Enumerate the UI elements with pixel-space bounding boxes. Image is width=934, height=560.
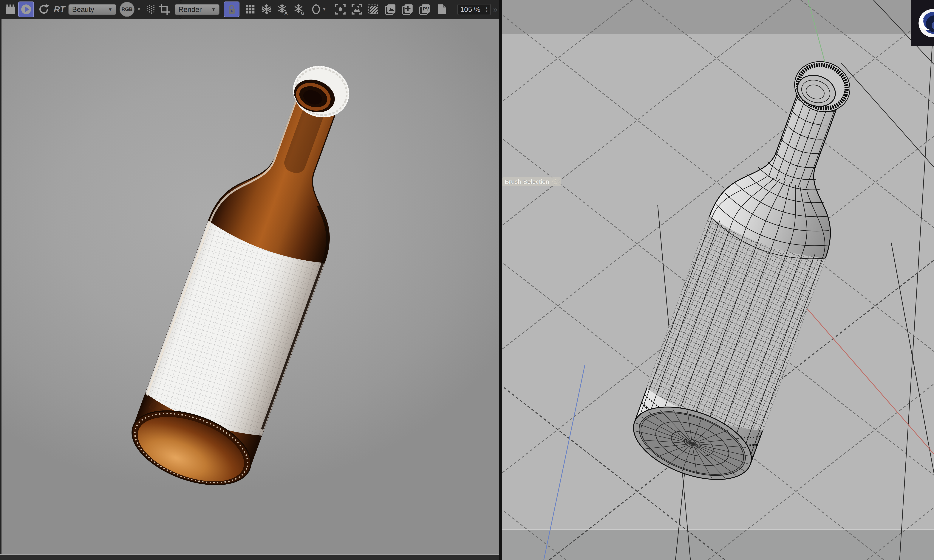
snapshot-g-label: G [301,11,304,15]
rt-label: RT [54,4,65,14]
document-icon[interactable] [433,2,449,17]
focus-object-icon[interactable] [333,2,348,17]
render-slot-dropdown[interactable]: < Render > ▼ [175,4,219,15]
render-view-status-strip [0,554,499,560]
checker-overlay-icon[interactable] [365,2,381,17]
pv-label: PV [423,6,429,11]
toolbar-overflow-chevron[interactable]: » [493,5,496,14]
rendered-image-canvas[interactable]: 0.33l 3 52mm [0,18,499,554]
pass-dropdown-value: Beauty [72,6,94,14]
active-tool-tooltip: Brush Selection [502,177,561,186]
brush-cursor-icon [552,178,558,185]
play-button[interactable] [18,2,34,17]
film-icon[interactable] [3,2,18,17]
pv-layer-icon[interactable]: PV [417,2,433,17]
grid-icon[interactable] [242,2,258,17]
horizon-line [502,529,934,530]
focus-image-icon[interactable] [349,2,365,17]
rendered-bottle-image: 0.33l 3 52mm [2,18,499,554]
render-view-panel: RT Beauty ▼ RGB ▼ < Render > ▼ [0,0,499,560]
viewport-lower-band [502,530,934,560]
zoom-value: 105 % [460,6,481,14]
region-caret-icon[interactable]: ▼ [322,6,327,12]
viewport-canvas[interactable] [502,0,934,560]
snapshot-icon[interactable] [259,2,274,17]
image-layer-icon[interactable] [382,2,398,17]
viewport-upper-band [502,0,934,34]
pass-dropdown[interactable]: Beauty ▼ [68,4,116,15]
panel-divider[interactable] [499,0,502,560]
branding-bar [911,0,934,46]
add-layer-icon[interactable] [400,2,415,17]
refresh-render-icon[interactable] [36,2,52,17]
zoom-spinner[interactable]: ▲▼ [485,7,488,12]
rgb-channel-button[interactable]: RGB [120,2,134,17]
app-window: RT Beauty ▼ RGB ▼ < Render > ▼ [0,0,934,560]
lock-icon[interactable] [224,2,239,17]
chevron-down-icon: ▼ [207,7,216,12]
render-view-toolbar: RT Beauty ▼ RGB ▼ < Render > ▼ [0,0,499,18]
channel-caret-icon[interactable]: ▼ [136,6,142,12]
viewport-panel: Brush Selection [502,0,934,560]
rendered-bottle: 0.33l 3 52mm [122,47,388,499]
rt-toggle[interactable]: RT [51,2,68,17]
chevron-down-icon: ▼ [104,7,113,12]
render-slot-value: < Render > [179,0,207,22]
active-tool-label: Brush Selection [505,178,549,185]
snapshot-a-label: A [284,11,288,15]
rgb-label: RGB [122,6,133,12]
cinema-4d-logo [917,7,934,39]
snapshot-a-icon[interactable]: A [275,2,291,17]
crop-icon[interactable] [157,2,172,17]
snapshot-g-icon[interactable]: G [291,2,307,17]
zoom-field[interactable]: 105 % ▲▼ [457,4,491,15]
